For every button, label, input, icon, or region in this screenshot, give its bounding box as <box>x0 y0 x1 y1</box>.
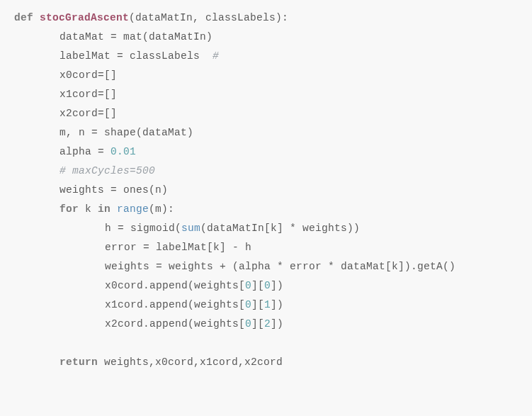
code-line <box>14 334 518 353</box>
code-token: 0 <box>264 280 271 291</box>
code-line: for k in range(m): <box>14 200 518 219</box>
code-token: # <box>213 50 219 62</box>
code-line: def stocGradAscent(dataMatIn, classLabel… <box>14 9 518 28</box>
code-line: labelMat = classLabels # <box>14 47 518 66</box>
code-token: x0cord.append(weights[ <box>105 280 245 291</box>
code-line: error = labelMat[k] - h <box>14 238 518 257</box>
code-token: return <box>60 356 98 368</box>
code-line: x1cord.append(weights[0][1]) <box>14 296 518 315</box>
code-line: x1cord=[] <box>14 85 518 104</box>
code-token: m, n = shape(dataMat) <box>60 127 193 138</box>
code-token: 0 <box>245 280 251 291</box>
code-token: 2 <box>264 318 271 330</box>
code-token: ][ <box>251 299 264 310</box>
code-token: h = sigmoid( <box>105 223 181 234</box>
code-token: # maxCycles=500 <box>60 165 155 176</box>
code-token: 0 <box>245 299 251 310</box>
code-token: 1 <box>264 299 271 310</box>
code-token: range <box>117 203 149 215</box>
code-line: alpha = 0.01 <box>14 142 518 162</box>
code-token: def <box>14 12 40 23</box>
code-line: weights = ones(n) <box>14 181 518 200</box>
code-token: weights = ones(n) <box>60 184 168 196</box>
code-line: h = sigmoid(sum(dataMatIn[k] * weights)) <box>14 219 518 238</box>
code-token: for <box>60 203 79 215</box>
code-token: 0.01 <box>111 146 136 157</box>
code-token: weights = weights + (alpha * error * dat… <box>105 261 455 272</box>
code-token: k <box>79 203 98 215</box>
code-token: labelMat = classLabels <box>60 50 213 62</box>
code-token <box>111 203 117 215</box>
code-line: m, n = shape(dataMat) <box>14 123 518 142</box>
code-line: return weights,x0cord,x1cord,x2cord <box>14 353 518 372</box>
code-token: x1cord=[] <box>60 89 117 100</box>
code-token: ][ <box>251 318 264 330</box>
code-line: x0cord.append(weights[0][0]) <box>14 276 518 296</box>
code-token: dataMat = mat(dataMatIn) <box>60 31 213 43</box>
code-line: dataMat = mat(dataMatIn) <box>14 28 518 47</box>
code-token: ]) <box>271 280 283 291</box>
code-token: stocGradAscent <box>40 12 129 23</box>
code-token: (dataMatIn[k] * weights)) <box>200 223 360 234</box>
code-token: x1cord.append(weights[ <box>105 299 245 310</box>
code-line: x0cord=[] <box>14 66 518 85</box>
code-token: ]) <box>271 299 283 310</box>
code-token: ][ <box>251 280 264 291</box>
code-token: sum <box>181 223 200 234</box>
code-line: x2cord=[] <box>14 104 518 123</box>
code-line: # maxCycles=500 <box>14 162 518 181</box>
code-token: in <box>98 203 111 215</box>
code-token: alpha = <box>60 146 111 157</box>
code-token: (m): <box>149 203 174 215</box>
code-line: weights = weights + (alpha * error * dat… <box>14 257 518 276</box>
code-token: ]) <box>271 318 283 330</box>
code-token: x0cord=[] <box>60 69 117 81</box>
code-token: (dataMatIn, classLabels): <box>129 12 288 23</box>
code-token: weights,x0cord,x1cord,x2cord <box>98 356 283 368</box>
code-line: x2cord.append(weights[0][2]) <box>14 315 518 334</box>
code-token: error = labelMat[k] - h <box>105 242 251 253</box>
code-token: x2cord=[] <box>60 108 117 119</box>
code-token: x2cord.append(weights[ <box>105 318 245 330</box>
code-block: def stocGradAscent(dataMatIn, classLabel… <box>14 9 518 372</box>
code-token: 0 <box>245 318 251 330</box>
